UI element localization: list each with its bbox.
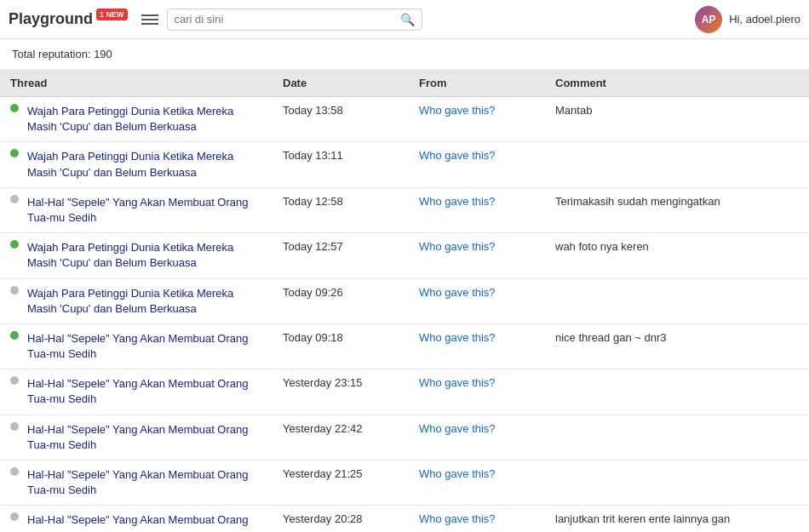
status-dot — [10, 104, 19, 112]
new-badge: 1 NEW — [96, 9, 128, 20]
thread-cell: Wajah Para Petinggi Dunia Ketika Mereka … — [0, 233, 273, 278]
table-row: Wajah Para Petinggi Dunia Ketika Mereka … — [0, 142, 809, 187]
who-gave-link[interactable]: Who gave this? — [419, 240, 496, 253]
search-icon[interactable]: 🔍 — [400, 13, 415, 26]
date-cell: Today 09:26 — [273, 278, 409, 323]
thread-cell: Hal-Hal "Sepele" Yang Akan Membuat Orang… — [0, 460, 273, 506]
reputation-value: 190 — [94, 48, 112, 60]
status-dot — [10, 286, 19, 295]
comment-cell — [545, 369, 809, 415]
header-right: AP Hi, adoel.piero — [695, 6, 800, 33]
comment-cell: wah foto nya keren — [545, 233, 809, 278]
status-dot — [10, 512, 19, 521]
col-from: From — [409, 70, 545, 97]
search-input[interactable] — [175, 13, 400, 26]
status-dot — [10, 240, 19, 249]
date-cell: Yesterday 21:25 — [273, 460, 409, 506]
status-dot — [10, 467, 19, 476]
reputation-table: Thread Date From Comment Wajah Para Peti… — [0, 70, 809, 532]
who-gave-link[interactable]: Who gave this? — [419, 104, 496, 117]
col-thread: Thread — [0, 70, 273, 97]
thread-cell: Hal-Hal "Sepele" Yang Akan Membuat Orang… — [0, 415, 273, 460]
who-gave-link[interactable]: Who gave this? — [419, 195, 496, 208]
thread-title: Wajah Para Petinggi Dunia Ketika Mereka … — [27, 286, 262, 317]
header: Playground 1 NEW 🔍 AP Hi, adoel.piero — [0, 0, 809, 39]
thread-title: Wajah Para Petinggi Dunia Ketika Mereka … — [27, 149, 262, 180]
comment-cell: lanjutkan trit keren ente lainnya gan — [545, 506, 809, 532]
from-cell: Who gave this? — [409, 142, 545, 187]
logo-area: Playground 1 NEW — [9, 10, 128, 28]
from-cell: Who gave this? — [409, 278, 545, 323]
thread-cell: Hal-Hal "Sepele" Yang Akan Membuat Orang… — [0, 187, 273, 232]
thread-title: Hal-Hal "Sepele" Yang Akan Membuat Orang… — [27, 467, 262, 498]
comment-cell: nice thread gan ~ dnr3 — [545, 323, 809, 369]
table-row: Wajah Para Petinggi Dunia Ketika Mereka … — [0, 233, 809, 278]
table-row: Hal-Hal "Sepele" Yang Akan Membuat Orang… — [0, 323, 809, 369]
comment-cell — [545, 460, 809, 506]
date-cell: Today 13:58 — [273, 97, 409, 142]
status-dot — [10, 195, 19, 203]
table-row: Wajah Para Petinggi Dunia Ketika Mereka … — [0, 97, 809, 142]
date-cell: Yesterday 22:42 — [273, 415, 409, 460]
who-gave-link[interactable]: Who gave this? — [419, 376, 496, 389]
who-gave-link[interactable]: Who gave this? — [419, 286, 496, 299]
who-gave-link[interactable]: Who gave this? — [419, 512, 496, 525]
date-cell: Today 12:57 — [273, 233, 409, 278]
from-cell: Who gave this? — [409, 506, 545, 532]
thread-cell: Wajah Para Petinggi Dunia Ketika Mereka … — [0, 97, 273, 142]
who-gave-link[interactable]: Who gave this? — [419, 149, 496, 162]
reputation-label: Total reputation: — [12, 48, 91, 60]
status-dot — [10, 376, 19, 385]
thread-title: Hal-Hal "Sepele" Yang Akan Membuat Orang… — [27, 376, 262, 407]
date-cell: Yesterday 20:28 — [273, 506, 409, 532]
comment-cell: Mantab — [545, 97, 809, 142]
table-row: Wajah Para Petinggi Dunia Ketika Mereka … — [0, 278, 809, 323]
from-cell: Who gave this? — [409, 97, 545, 142]
from-cell: Who gave this? — [409, 369, 545, 415]
thread-cell: Wajah Para Petinggi Dunia Ketika Mereka … — [0, 142, 273, 187]
thread-title: Wajah Para Petinggi Dunia Ketika Mereka … — [27, 240, 262, 271]
table-row: Hal-Hal "Sepele" Yang Akan Membuat Orang… — [0, 369, 809, 415]
comment-cell — [545, 278, 809, 323]
col-date: Date — [273, 70, 409, 97]
col-comment: Comment — [545, 70, 809, 97]
from-cell: Who gave this? — [409, 187, 545, 232]
from-cell: Who gave this? — [409, 460, 545, 506]
from-cell: Who gave this? — [409, 323, 545, 369]
table-header-row: Thread Date From Comment — [0, 70, 809, 97]
from-cell: Who gave this? — [409, 233, 545, 278]
who-gave-link[interactable]: Who gave this? — [419, 331, 496, 344]
reputation-bar: Total reputation: 190 — [0, 39, 809, 70]
table-row: Hal-Hal "Sepele" Yang Akan Membuat Orang… — [0, 415, 809, 460]
thread-cell: Hal-Hal "Sepele" Yang Akan Membuat Orang… — [0, 369, 273, 415]
user-greeting: Hi, adoel.piero — [729, 13, 800, 26]
table-row: Hal-Hal "Sepele" Yang Akan Membuat Orang… — [0, 506, 809, 532]
comment-cell — [545, 415, 809, 460]
who-gave-link[interactable]: Who gave this? — [419, 467, 496, 480]
date-cell: Today 12:58 — [273, 187, 409, 232]
date-cell: Today 09:18 — [273, 323, 409, 369]
status-dot — [10, 331, 19, 340]
thread-cell: Wajah Para Petinggi Dunia Ketika Mereka … — [0, 278, 273, 323]
comment-cell: Terimakasih sudah mengingatkan — [545, 187, 809, 232]
thread-cell: Hal-Hal "Sepele" Yang Akan Membuat Orang… — [0, 323, 273, 369]
thread-title: Wajah Para Petinggi Dunia Ketika Mereka … — [27, 104, 262, 134]
thread-title: Hal-Hal "Sepele" Yang Akan Membuat Orang… — [27, 512, 262, 532]
table-row: Hal-Hal "Sepele" Yang Akan Membuat Orang… — [0, 187, 809, 232]
date-cell: Yesterday 23:15 — [273, 369, 409, 415]
thread-title: Hal-Hal "Sepele" Yang Akan Membuat Orang… — [27, 195, 262, 226]
menu-button[interactable] — [141, 14, 158, 25]
who-gave-link[interactable]: Who gave this? — [419, 422, 496, 435]
status-dot — [10, 422, 19, 431]
comment-cell — [545, 142, 809, 187]
table-row: Hal-Hal "Sepele" Yang Akan Membuat Orang… — [0, 460, 809, 506]
thread-title: Hal-Hal "Sepele" Yang Akan Membuat Orang… — [27, 331, 262, 362]
thread-cell: Hal-Hal "Sepele" Yang Akan Membuat Orang… — [0, 506, 273, 532]
from-cell: Who gave this? — [409, 415, 545, 460]
search-bar: 🔍 — [167, 9, 422, 31]
thread-title: Hal-Hal "Sepele" Yang Akan Membuat Orang… — [27, 422, 262, 453]
logo-text: Playground — [9, 10, 93, 28]
date-cell: Today 13:11 — [273, 142, 409, 187]
avatar: AP — [695, 6, 722, 33]
status-dot — [10, 149, 19, 157]
